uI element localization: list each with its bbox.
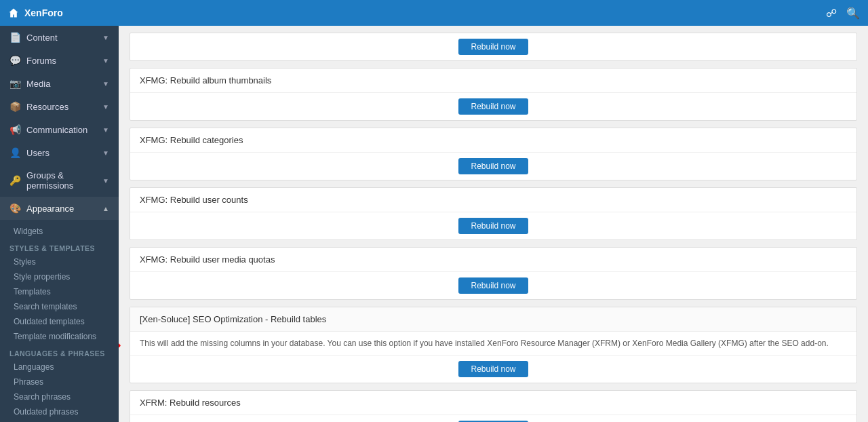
sidebar-sub-search-phrases[interactable]: Search phrases	[0, 389, 119, 404]
rebuild-card-header-card5: [Xen-Soluce] SEO Optimization - Rebuild …	[130, 307, 856, 332]
sidebar-item-communication[interactable]: 📢 Communication ▼	[0, 118, 119, 141]
communication-icon: 📢	[9, 124, 21, 135]
rebuild-btn-top[interactable]: Rebuild now	[458, 39, 528, 55]
appearance-submenu: Widgets Styles & templates Styles Style …	[0, 220, 119, 422]
rebuild-card-top-action: Rebuild now	[130, 33, 856, 60]
sidebar-sub-styles[interactable]: Styles	[0, 254, 119, 269]
sidebar-sub-widgets[interactable]: Widgets	[0, 224, 119, 239]
notifications-icon[interactable]: ☍	[826, 7, 837, 20]
rebuild-card-header-card2: XFMG: Rebuild categories	[130, 128, 856, 153]
content-area: Rebuild now XFMG: Rebuild album thumbnai…	[119, 26, 868, 422]
rebuild-card-card5: ➜ [Xen-Soluce] SEO Optimization - Rebuil…	[130, 307, 857, 383]
chevron-down-icon-5: ▼	[102, 126, 109, 134]
rebuild-btn-card2[interactable]: Rebuild now	[458, 158, 528, 174]
content-icon: 📄	[9, 32, 21, 43]
home-icon[interactable]	[8, 7, 19, 18]
rebuild-btn-card1[interactable]: Rebuild now	[458, 98, 528, 115]
chevron-down-icon-3: ▼	[102, 80, 109, 88]
sidebar-label-resources: Resources	[26, 102, 68, 112]
sidebar-sub-style-properties[interactable]: Style properties	[0, 269, 119, 284]
sidebar-item-groups[interactable]: 🔑 Groups & permissions ▼	[0, 164, 119, 197]
sidebar-sub-phrases[interactable]: Phrases	[0, 375, 119, 389]
rebuild-card-card3: XFMG: Rebuild user counts Rebuild now	[130, 187, 857, 240]
sidebar-label-content: Content	[26, 33, 58, 43]
sidebar-sub-template-modifications[interactable]: Template modifications	[0, 329, 119, 344]
languages-phrases-header: Languages & phrases	[0, 344, 119, 360]
chevron-down-icon-4: ▼	[102, 103, 109, 111]
rebuild-card-card2: XFMG: Rebuild categories Rebuild now	[130, 128, 857, 180]
rebuild-card-header-card6: XFRM: Rebuild resources	[130, 391, 856, 415]
rebuild-card-card6: XFRM: Rebuild resources Rebuild now	[130, 390, 857, 422]
sidebar-label-appearance: Appearance	[26, 204, 74, 214]
sidebar-item-appearance[interactable]: 🎨 Appearance ▲	[0, 197, 119, 220]
appearance-icon: 🎨	[9, 203, 21, 214]
search-icon[interactable]: 🔍	[846, 7, 860, 20]
chevron-down-icon-2: ▼	[102, 57, 109, 64]
sidebar-item-media[interactable]: 📷 Media ▼	[0, 72, 119, 95]
sidebar-sub-outdated-templates[interactable]: Outdated templates	[0, 314, 119, 329]
topbar: XenForo ☍ 🔍	[0, 0, 868, 26]
sidebar-label-groups: Groups & permissions	[26, 170, 102, 191]
brand-name: XenForo	[24, 7, 63, 18]
rebuild-card-top: Rebuild now	[130, 33, 857, 61]
sidebar-item-content[interactable]: 📄 Content ▼	[0, 26, 119, 49]
topbar-actions: ☍ 🔍	[826, 7, 860, 20]
forums-icon: 💬	[9, 55, 21, 66]
rebuild-card-card4: XFMG: Rebuild user media quotas Rebuild …	[130, 247, 857, 300]
sidebar-label-communication: Communication	[26, 125, 87, 135]
chevron-up-icon: ▲	[102, 205, 109, 212]
brand-area: XenForo	[8, 7, 63, 18]
sidebar-item-resources[interactable]: 📦 Resources ▼	[0, 95, 119, 118]
sidebar-label-media: Media	[26, 79, 50, 89]
rebuild-btn-card3[interactable]: Rebuild now	[458, 218, 528, 234]
sidebar-sub-languages[interactable]: Languages	[0, 360, 119, 375]
cards-container: XFMG: Rebuild album thumbnails Rebuild n…	[130, 68, 857, 422]
rebuild-card-header-card4: XFMG: Rebuild user media quotas	[130, 248, 856, 272]
sidebar-sub-templates[interactable]: Templates	[0, 284, 119, 299]
groups-icon: 🔑	[9, 175, 21, 186]
rebuild-card-header-card3: XFMG: Rebuild user counts	[130, 188, 856, 212]
rebuild-card-action-card3: Rebuild now	[130, 212, 856, 239]
rebuild-btn-card4[interactable]: Rebuild now	[458, 277, 528, 294]
media-icon: 📷	[9, 78, 21, 89]
rebuild-card-action-card6: Rebuild now	[130, 415, 856, 422]
rebuild-card-card1: XFMG: Rebuild album thumbnails Rebuild n…	[130, 68, 857, 121]
sidebar-label-forums: Forums	[26, 56, 56, 66]
resources-icon: 📦	[9, 101, 21, 112]
styles-templates-header: Styles & templates	[0, 239, 119, 254]
rebuild-card-action-card1: Rebuild now	[130, 93, 856, 120]
rebuild-btn-card5[interactable]: Rebuild now	[458, 361, 528, 377]
sidebar-sub-search-templates[interactable]: Search templates	[0, 299, 119, 314]
sidebar-item-forums[interactable]: 💬 Forums ▼	[0, 49, 119, 72]
sidebar-item-users[interactable]: 👤 Users ▼	[0, 141, 119, 164]
rebuild-card-desc-card5: This will add the missing columns in you…	[130, 332, 856, 356]
rebuild-card-action-card2: Rebuild now	[130, 153, 856, 180]
rebuild-card-action-card5: Rebuild now	[130, 356, 856, 383]
chevron-down-icon: ▼	[102, 34, 109, 41]
sidebar-sub-outdated-phrases[interactable]: Outdated phrases	[0, 404, 119, 419]
users-icon: 👤	[9, 147, 21, 158]
chevron-down-icon-7: ▼	[102, 177, 109, 185]
red-arrow-indicator: ➜	[119, 338, 121, 353]
sidebar: 📄 Content ▼ 💬 Forums ▼ 📷 Media ▼ 📦 Resou…	[0, 26, 119, 422]
rebuild-card-action-card4: Rebuild now	[130, 272, 856, 299]
sidebar-label-users: Users	[26, 148, 50, 158]
chevron-down-icon-6: ▼	[102, 149, 109, 157]
rebuild-card-header-card1: XFMG: Rebuild album thumbnails	[130, 69, 856, 93]
